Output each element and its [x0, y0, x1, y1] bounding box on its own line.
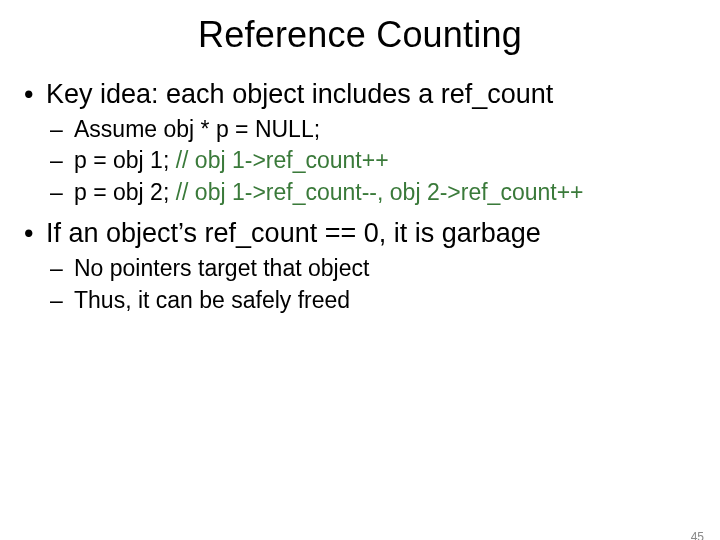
sub-bullet-list: No pointers target that object Thus, it …: [46, 254, 696, 315]
slide-content: Key idea: each object includes a ref_cou…: [0, 78, 720, 315]
sub-bullet-item: p = obj 2; // obj 1->ref_count--, obj 2-…: [46, 178, 696, 207]
bullet-item: If an object’s ref_count == 0, it is gar…: [18, 217, 696, 315]
code-comment: // obj 1->ref_count++: [176, 147, 389, 173]
sub-bullet-text: No pointers target that object: [74, 255, 369, 281]
sub-bullet-item: Thus, it can be safely freed: [46, 286, 696, 315]
slide: Reference Counting Key idea: each object…: [0, 14, 720, 540]
page-number: 45: [691, 530, 704, 540]
bullet-list: Key idea: each object includes a ref_cou…: [18, 78, 696, 315]
sub-bullet-text: p = obj 1;: [74, 147, 176, 173]
sub-bullet-text: Assume obj * p = NULL;: [74, 116, 320, 142]
bullet-item: Key idea: each object includes a ref_cou…: [18, 78, 696, 207]
slide-title: Reference Counting: [0, 14, 720, 56]
sub-bullet-item: No pointers target that object: [46, 254, 696, 283]
bullet-text: Key idea: each object includes a ref_cou…: [46, 79, 553, 109]
code-comment: // obj 1->ref_count--, obj 2->ref_count+…: [176, 179, 584, 205]
sub-bullet-item: p = obj 1; // obj 1->ref_count++: [46, 146, 696, 175]
sub-bullet-text: p = obj 2;: [74, 179, 176, 205]
sub-bullet-item: Assume obj * p = NULL;: [46, 115, 696, 144]
sub-bullet-text: Thus, it can be safely freed: [74, 287, 350, 313]
sub-bullet-list: Assume obj * p = NULL; p = obj 1; // obj…: [46, 115, 696, 207]
bullet-text: If an object’s ref_count == 0, it is gar…: [46, 218, 541, 248]
